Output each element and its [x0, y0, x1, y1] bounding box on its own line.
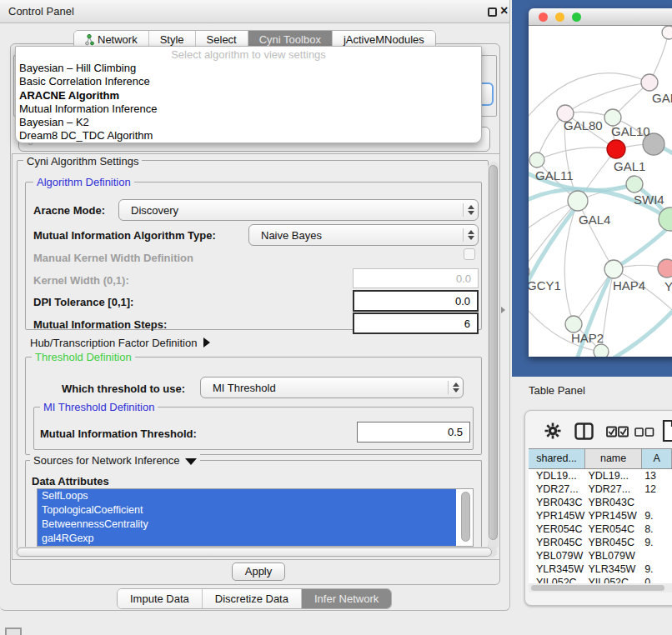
collapsed-arrow-icon: [203, 338, 210, 348]
node-label-gal11: GAL11: [535, 168, 574, 182]
network-edge[interactable]: [565, 82, 649, 113]
table-cell: [642, 549, 672, 562]
node-label-swi4: SWI4: [634, 192, 664, 207]
table-horizontal-scrollbar[interactable]: [529, 583, 672, 592]
table-row[interactable]: YDR27...YDR27...12: [529, 482, 672, 496]
cyni-settings-title: Cyni Algorithm Settings: [23, 155, 142, 168]
network-edge[interactable]: [578, 201, 614, 269]
table-cell: YER054C: [585, 522, 642, 536]
network-node-gal[interactable]: [641, 74, 658, 91]
manual-kernel-checkbox[interactable]: [464, 248, 475, 260]
apply-button[interactable]: Apply: [232, 562, 285, 581]
settings-horizontal-scrollbar-thumb[interactable]: [17, 548, 492, 557]
table-row[interactable]: YBR043CYBR043C: [529, 496, 672, 509]
attribute-item-selected[interactable]: SelfLoops: [38, 489, 456, 503]
settings-vertical-scrollbar-thumb[interactable]: [489, 165, 498, 540]
table-cell: YLR345W: [529, 562, 585, 576]
table-cell: 12: [642, 482, 672, 496]
close-panel-icon[interactable]: ×: [500, 3, 508, 18]
table-cell: YDL19...: [585, 469, 642, 482]
tab-infer-network[interactable]: Infer Network: [301, 589, 391, 608]
network-node-gal4[interactable]: [568, 191, 588, 211]
network-node-y[interactable]: [658, 259, 672, 278]
node-label-gcy1: GCY1: [529, 278, 561, 292]
table-row[interactable]: YPR145WYPR145W9.: [529, 509, 672, 522]
table-row[interactable]: YDL19...YDL19...13: [529, 469, 672, 482]
dpi-tolerance-input[interactable]: 0.0: [353, 290, 479, 312]
aracne-mode-select[interactable]: Discovery: [118, 199, 479, 221]
algorithm-definition-title: Algorithm Definition: [33, 176, 134, 188]
which-threshold-select[interactable]: MI Threshold: [200, 377, 464, 398]
network-edge[interactable]: [537, 148, 616, 160]
select-all-icon[interactable]: [606, 426, 629, 438]
mi-type-select[interactable]: Naive Bayes: [248, 224, 479, 246]
table-header-row: shared...nameA: [529, 449, 672, 469]
dpi-tolerance-label: DPI Tolerance [0,1]:: [33, 296, 133, 308]
network-node-gal10[interactable]: [604, 109, 621, 126]
gear-icon[interactable]: [544, 422, 561, 439]
attributes-scrollbar[interactable]: [461, 492, 470, 542]
network-node-gal1[interactable]: [607, 140, 625, 158]
network-node[interactable]: [594, 344, 609, 357]
close-window-icon[interactable]: [539, 12, 548, 22]
mi-steps-input[interactable]: 6: [353, 312, 479, 334]
table-row[interactable]: YIL052CYIL052C0.: [529, 576, 672, 583]
network-graph: [529, 26, 672, 357]
tab-label: Network: [98, 33, 138, 46]
network-edge-thick[interactable]: [612, 302, 672, 357]
table-row[interactable]: YER054CYER054C8.: [529, 522, 672, 536]
zoom-window-icon[interactable]: [572, 12, 581, 22]
network-node[interactable]: [659, 208, 672, 231]
table-scrollbar-thumb[interactable]: [531, 585, 664, 591]
mi-threshold-input[interactable]: 0.5: [357, 422, 470, 442]
table-cell: 13: [642, 469, 672, 482]
table-cell: YPR145W: [529, 509, 585, 522]
stepper-arrows-icon: [463, 203, 478, 218]
deselect-all-icon[interactable]: [634, 428, 654, 437]
data-attributes-list[interactable]: SelfLoopsTopologicalCoefficientBetweenne…: [37, 488, 474, 547]
network-canvas[interactable]: GALGAL80GAL10GAL1GAL11SWI4GAL4GCY1HAP4YH…: [529, 26, 672, 357]
algorithm-dropdown-popup: Select algorithm to view settings Bayesi…: [15, 46, 482, 143]
which-threshold-label: Which threshold to use:: [62, 382, 185, 395]
network-node[interactable]: [662, 26, 672, 39]
algorithm-option[interactable]: Dream8 DC_TDC Algorithm: [16, 129, 481, 142]
kernel-width-input[interactable]: 0.0: [353, 268, 479, 288]
data-attributes-label: Data Attributes: [32, 475, 109, 488]
tab-discretize-data[interactable]: Discretize Data: [202, 589, 301, 608]
network-node-hap4[interactable]: [604, 260, 623, 278]
network-node-gal11[interactable]: [529, 152, 544, 168]
network-node-hap2[interactable]: [565, 316, 582, 332]
table-cell: 9.: [642, 536, 672, 549]
algorithm-dropdown-hint: Select algorithm to view settings: [16, 48, 481, 62]
algorithm-option[interactable]: ARACNE Algorithm: [16, 89, 481, 102]
tab-impute-data[interactable]: Impute Data: [118, 589, 202, 608]
table-panel-title: Table Panel: [529, 384, 585, 397]
attribute-item-selected[interactable]: BetweennessCentrality: [38, 518, 456, 532]
column-header-shared[interactable]: shared...: [529, 449, 585, 468]
table-row[interactable]: YLR345WYLR345W9.: [529, 562, 672, 576]
table-cell: YBR043C: [585, 496, 642, 509]
column-header-a[interactable]: A: [642, 449, 672, 468]
algorithm-option[interactable]: Bayesian – Hill Climbing: [16, 62, 481, 75]
column-header-name[interactable]: name: [585, 449, 642, 468]
columns-icon[interactable]: [574, 422, 594, 440]
attribute-item-selected[interactable]: TopologicalCoefficient: [38, 503, 456, 518]
algorithm-option[interactable]: Bayesian – K2: [16, 116, 481, 129]
minimized-panel-grip[interactable]: [5, 628, 22, 635]
algorithm-option[interactable]: Basic Correlation Inference: [16, 75, 481, 88]
float-panel-icon[interactable]: [488, 8, 497, 17]
control-panel-titlebar: Control Panel ×: [0, 0, 509, 23]
hub-definition-toggle[interactable]: Hub/Transcription Factor Definition: [30, 337, 210, 349]
new-table-icon[interactable]: [662, 419, 672, 442]
splitter-arrow-icon[interactable]: [501, 307, 505, 313]
network-node-swi4[interactable]: [626, 176, 643, 192]
sources-toggle[interactable]: Sources for Network Inference: [30, 454, 200, 467]
minimize-window-icon[interactable]: [555, 12, 564, 22]
node-table[interactable]: shared...nameA YDL19...YDL19...13YDR27..…: [529, 448, 672, 583]
table-body: YDL19...YDL19...13YDR27...YDR27...12YBR0…: [529, 469, 672, 583]
table-row[interactable]: YBR045CYBR045C9.: [529, 536, 672, 549]
algorithm-option[interactable]: Mutual Information Inference: [16, 102, 481, 116]
table-row[interactable]: YBL079WYBL079W: [529, 549, 672, 562]
attribute-item-selected[interactable]: gal4RGexp: [38, 532, 456, 546]
aracne-mode-value: Discovery: [119, 204, 463, 217]
